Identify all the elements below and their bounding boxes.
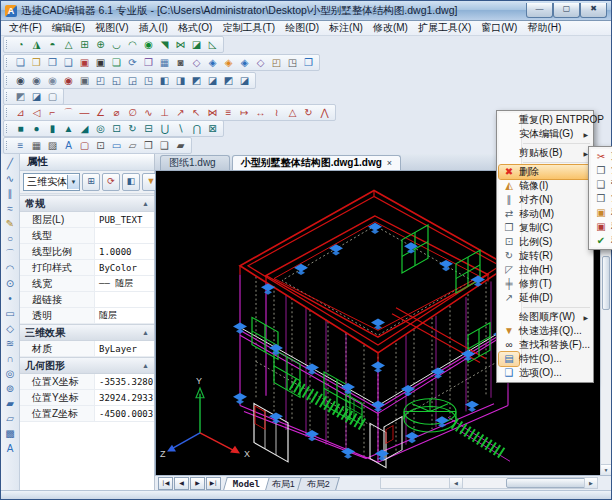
dim-rotated-icon[interactable]: ⌐: [45, 106, 60, 119]
revolve-icon[interactable]: ↻: [125, 122, 140, 135]
arc-icon[interactable]: ⌒: [2, 246, 18, 261]
match-properties-icon[interactable]: ≡: [13, 139, 28, 152]
property-value[interactable]: -4500.0003: [95, 406, 154, 421]
dim-radius-icon[interactable]: ⌀: [109, 106, 124, 119]
solid-fill-icon[interactable]: ▰: [2, 396, 18, 411]
property-value[interactable]: —— 随层: [95, 276, 154, 291]
layout-tab[interactable]: Model: [223, 477, 270, 490]
layout-tab[interactable]: 布局2: [297, 477, 340, 490]
text-icon[interactable]: A: [2, 441, 18, 456]
dim-angular-icon[interactable]: ∠: [93, 106, 108, 119]
submenu-item[interactable]: ▣ 粘贴为块(K): [591, 219, 612, 233]
arc-continue-icon[interactable]: ◠: [2, 261, 18, 276]
menu-item[interactable]: 窗口(W): [476, 21, 522, 35]
surface-ruled-icon[interactable]: ⋈: [173, 38, 188, 51]
context-menu-item[interactable]: ◭ 镜像(I): [499, 179, 591, 193]
dim-arc-icon[interactable]: ⌒: [61, 106, 76, 119]
publish-icon[interactable]: ❐: [301, 56, 316, 69]
horizontal-scroll-thumb[interactable]: [506, 478, 593, 488]
refresh-selection-icon[interactable]: ⟳: [102, 173, 120, 191]
document-tab[interactable]: 小型别墅整体结构图.dwg1.dwg ×: [232, 155, 401, 170]
property-value[interactable]: [95, 228, 154, 243]
save-as-icon[interactable]: ❑: [61, 56, 76, 69]
surface-bowl-icon[interactable]: ◠: [125, 38, 140, 51]
region-draw-icon[interactable]: ⊚: [2, 381, 18, 396]
sheet-nav-button[interactable]: ▶∣: [206, 477, 221, 490]
context-menu-item[interactable]: ⇄ 移动(M): [499, 207, 591, 221]
view-ne-iso-icon[interactable]: ◩: [221, 74, 236, 87]
property-value[interactable]: PUB_TEXT: [95, 212, 154, 227]
rectangle-icon[interactable]: ▭: [2, 306, 18, 321]
lock-ui-icon[interactable]: ◰: [269, 56, 284, 69]
submenu-item[interactable]: ✂ 剪切(T): [591, 149, 612, 163]
select-objects-icon[interactable]: ◧: [122, 173, 140, 191]
purge-icon[interactable]: ◇: [189, 56, 204, 69]
eye-off-icon[interactable]: ◉: [61, 74, 76, 87]
camera-icon[interactable]: ▣: [77, 74, 92, 87]
view-front-icon[interactable]: ◧: [157, 74, 172, 87]
block-editor-icon[interactable]: ▢: [77, 139, 92, 152]
view-nw-iso-icon[interactable]: ◪: [237, 74, 252, 87]
menu-item[interactable]: 视图(V): [90, 21, 133, 35]
submenu-item[interactable]: ▣ 粘贴(P): [591, 205, 612, 219]
extrude-icon[interactable]: ⊡: [109, 122, 124, 135]
context-menu-item[interactable]: ❑ 选项(O)...: [499, 366, 591, 380]
wireframe-icon[interactable]: ▢: [45, 90, 60, 103]
menu-item[interactable]: 插入(I): [133, 21, 172, 35]
dim-aligned-icon[interactable]: ◁: [29, 106, 44, 119]
point-icon[interactable]: •: [2, 291, 18, 306]
screenshot-icon[interactable]: ◙: [173, 56, 188, 69]
section-general[interactable]: 常规 ▲: [20, 195, 154, 212]
shade-icon[interactable]: ◪: [29, 90, 44, 103]
batch-icon[interactable]: ◈: [237, 56, 252, 69]
property-value[interactable]: 1.0000: [95, 244, 154, 259]
collapse-icon[interactable]: ▲: [142, 362, 149, 369]
sketch-icon[interactable]: ✎: [2, 216, 18, 231]
section-geometry[interactable]: 几何图形 ▲: [20, 357, 154, 374]
context-menu-item[interactable]: 重复(R) ENTPROP: [499, 113, 591, 127]
context-menu-item[interactable]: ❐ 复制(C): [499, 221, 591, 235]
audit-icon[interactable]: ◈: [205, 56, 220, 69]
view-sw-iso-icon[interactable]: ◩: [189, 74, 204, 87]
surface-pyramid-icon[interactable]: △: [61, 38, 76, 51]
group-icon[interactable]: ❒: [141, 139, 156, 152]
object-type-select[interactable]: 三维实体 ▼: [23, 173, 80, 191]
context-menu-item[interactable]: 实体编辑(G) ▶: [499, 127, 591, 141]
dim-length-icon[interactable]: —: [77, 106, 92, 119]
property-value[interactable]: -3535.3280: [95, 374, 154, 389]
context-menu-item[interactable]: ∞ 查找和替换(F)...: [499, 338, 591, 352]
eye-freeze-icon[interactable]: ◉: [45, 74, 60, 87]
scroll-left-icon[interactable]: ◀: [449, 478, 463, 488]
sheet-nav-button[interactable]: ▶: [190, 477, 205, 490]
context-menu-item[interactable]: 绘图顺序(W) ▶: [499, 310, 591, 324]
plane-icon[interactable]: ▱: [2, 411, 18, 426]
wipeout-icon[interactable]: ▰: [173, 139, 188, 152]
collapse-icon[interactable]: ▲: [142, 200, 149, 207]
close-tab-icon[interactable]: ×: [387, 158, 392, 168]
subtract-icon[interactable]: ∖: [173, 122, 188, 135]
interference-icon[interactable]: ⊠: [205, 122, 220, 135]
compare-icon[interactable]: ❐: [141, 56, 156, 69]
property-value[interactable]: 随层: [95, 308, 154, 323]
context-menu-item[interactable]: ╪ 修剪(T): [499, 277, 591, 291]
plot-icon[interactable]: ▣: [77, 56, 92, 69]
context-menu-item[interactable]: ◸ 拉伸(H): [499, 263, 591, 277]
surface-mesh-icon[interactable]: ⊞: [77, 38, 92, 51]
plot-preview-icon[interactable]: ▣: [93, 56, 108, 69]
text-style-icon[interactable]: A: [61, 139, 76, 152]
view-back-icon[interactable]: ◨: [173, 74, 188, 87]
dim-space-icon[interactable]: ↔: [253, 106, 268, 119]
dim-inspect-icon[interactable]: △: [285, 106, 300, 119]
line-icon[interactable]: ╱: [2, 156, 18, 171]
context-menu-item[interactable]: ⊡ 比例(S): [499, 235, 591, 249]
array-icon[interactable]: ▦: [29, 139, 44, 152]
slice-icon[interactable]: ⊟: [141, 122, 156, 135]
menu-item[interactable]: 格式(O): [173, 21, 217, 35]
save-file-icon[interactable]: ❐: [45, 56, 60, 69]
maximize-button[interactable]: ▢: [553, 3, 580, 18]
menu-item[interactable]: 定制工具(T): [217, 21, 280, 35]
property-value[interactable]: ByLayer: [95, 341, 154, 356]
context-menu-item[interactable]: ∥ 对齐(N): [499, 193, 591, 207]
view-right-icon[interactable]: ◳: [141, 74, 156, 87]
intersect-icon[interactable]: ⋂: [189, 122, 204, 135]
